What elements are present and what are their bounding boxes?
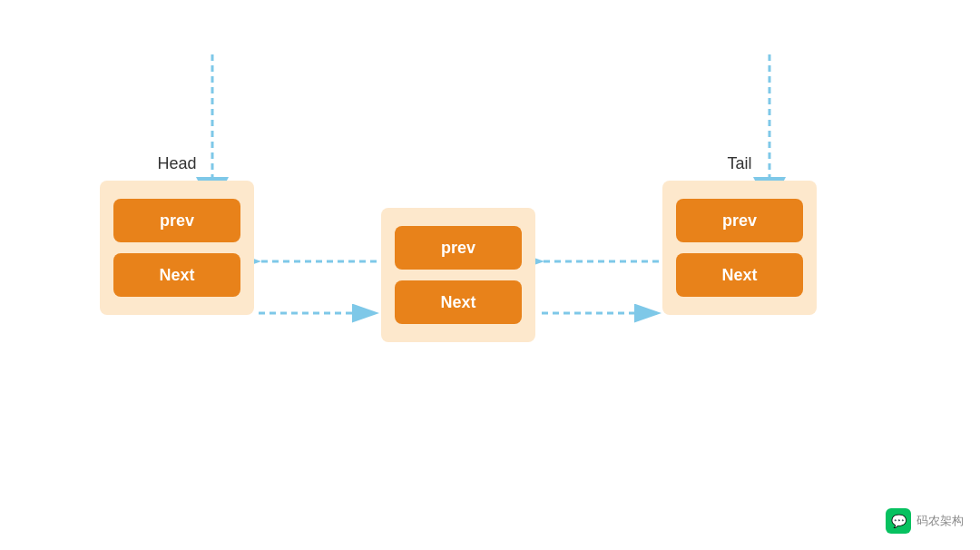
node3-label: Tail	[727, 154, 751, 173]
node2-box: prev Next	[381, 208, 535, 342]
watermark-text: 码农架构	[916, 513, 964, 529]
node2-next-field: Next	[395, 280, 522, 324]
node3-prev-field: prev	[676, 199, 803, 242]
node2-wrapper: prev Next	[381, 182, 535, 342]
node1-prev-field: prev	[113, 199, 240, 242]
node3-wrapper: Tail prev Next	[662, 154, 817, 315]
diagram-container: Head prev Next prev Next Tail prev Next …	[0, 0, 980, 550]
watermark-icon: 💬	[886, 508, 911, 534]
watermark: 💬 码农架构	[886, 508, 964, 534]
node1-next-field: Next	[113, 253, 240, 297]
node1-label: Head	[157, 154, 196, 173]
node1-box: prev Next	[100, 181, 254, 315]
node3-next-field: Next	[676, 253, 803, 297]
node3-box: prev Next	[662, 181, 817, 315]
node2-label	[456, 182, 460, 201]
watermark-emoji: 💬	[891, 514, 906, 528]
node1-wrapper: Head prev Next	[100, 154, 254, 315]
node2-prev-field: prev	[395, 226, 522, 270]
